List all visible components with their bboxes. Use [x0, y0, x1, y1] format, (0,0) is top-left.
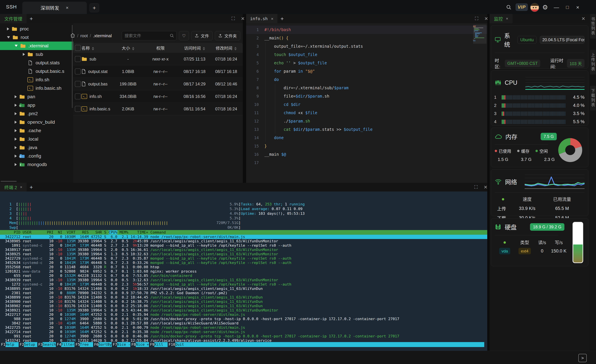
tab-terminal-close-icon[interactable]: ×: [20, 185, 22, 189]
fkey-label-F6[interactable]: SortBy: [98, 342, 112, 347]
chevron-right-icon[interactable]: [7, 27, 9, 30]
fkey-F2[interactable]: F2: [19, 342, 24, 347]
file-search-box[interactable]: [122, 31, 177, 40]
fkey-label-F5[interactable]: Tree: [80, 342, 93, 347]
terminal-expand-icon[interactable]: ⛶: [473, 184, 479, 190]
htop-col-res[interactable]: RES: [78, 230, 89, 234]
fkey-label-F2[interactable]: Setup: [24, 342, 37, 347]
column-name[interactable]: 名称: [82, 45, 115, 51]
table-row-output.bas[interactable]: output.bas199.0BiBrw-r--r--08/17 14:2908…: [73, 78, 243, 90]
close-button[interactable]: ×: [574, 4, 581, 11]
row-checkbox[interactable]: [75, 56, 81, 62]
editor-new-tab-button[interactable]: +: [277, 15, 287, 22]
editor-tab-close-icon[interactable]: ×: [271, 16, 273, 21]
breadcrumb-current[interactable]: .xterminal: [93, 33, 112, 38]
tree-item-mongodb[interactable]: mongodb: [0, 160, 73, 169]
fkey-F4[interactable]: F4: [56, 342, 61, 347]
editor-tab-info-sh[interactable]: info.sh ×: [246, 14, 277, 23]
table-row-info.basic.s[interactable]: >_info.basic.s2.0KiBrw-r--r--08/11 16:54…: [73, 103, 243, 115]
htop-col-pri[interactable]: PRI: [47, 230, 53, 234]
fkey-label-F1[interactable]: Help: [6, 342, 19, 347]
tree-item-proc[interactable]: proc: [0, 25, 73, 33]
tree-item-output.basic.s[interactable]: output.basic.s: [0, 67, 73, 75]
chevron-right-icon[interactable]: [23, 53, 25, 56]
column-size[interactable]: 大小: [115, 45, 141, 51]
chevron-right-icon[interactable]: [15, 95, 17, 98]
tab-file-manager[interactable]: 文件管理: [0, 14, 27, 23]
chevron-right-icon[interactable]: [15, 112, 17, 115]
htop-col-s[interactable]: S: [104, 230, 106, 234]
htop-col-shr[interactable]: SHR: [91, 230, 102, 234]
monitor-close-icon[interactable]: ✕: [581, 16, 586, 21]
tree-item-.java[interactable]: .java: [0, 143, 73, 152]
maximize-button[interactable]: □: [564, 4, 571, 11]
statusbar-expand-button[interactable]: >: [578, 354, 587, 362]
file-panel-expand-icon[interactable]: ⛶: [231, 16, 236, 21]
tree-item-root[interactable]: root: [0, 33, 73, 42]
row-checkbox[interactable]: [75, 81, 81, 87]
file-search-input[interactable]: [124, 33, 170, 38]
new-session-button[interactable]: +: [89, 3, 99, 12]
file-panel-close-icon[interactable]: ✕: [240, 16, 246, 21]
tree-item-info.basic.sh[interactable]: >_info.basic.sh: [0, 84, 73, 92]
terminal-close-icon[interactable]: ✕: [483, 184, 488, 190]
chevron-right-icon[interactable]: [15, 129, 17, 132]
fkey-label-F10[interactable]: Quit: [175, 342, 188, 347]
fkey-F10[interactable]: F10: [168, 342, 175, 347]
tree-item-.local[interactable]: .local: [0, 135, 73, 143]
fkey-label-F7[interactable]: Nice -: [117, 342, 130, 347]
table-row-output.stat[interactable]: output.stat1.0BiBrw-r--r--08/17 16:1808/…: [73, 65, 243, 78]
fkey-F1[interactable]: F1: [0, 342, 6, 347]
favorite-button[interactable]: ♡: [179, 31, 189, 40]
gear-icon[interactable]: ⚙: [542, 4, 548, 11]
htop-col-pid[interactable]: PID: [5, 230, 21, 234]
row-checkbox[interactable]: [75, 68, 81, 74]
column-mtime[interactable]: 修改时间: [209, 45, 243, 51]
htop-col-virt[interactable]: VIRT: [65, 230, 75, 234]
fkey-label-F4[interactable]: Filter: [61, 342, 74, 347]
tab-terminal[interactable]: 终端 2 ×: [0, 183, 27, 191]
fkey-F7[interactable]: F7: [112, 342, 117, 347]
htop-col-time[interactable]: TIME+: [131, 230, 148, 234]
chevron-down-icon[interactable]: [15, 45, 18, 47]
terminal-screen[interactable]: 1 [|||||| 5.9%] 2 [||||||: [0, 191, 487, 351]
htop-col-cpu[interactable]: CPU%: [109, 230, 117, 234]
upload-file-button[interactable]: 文件: [191, 31, 213, 40]
tree-item-.config[interactable]: .config: [0, 152, 73, 160]
htop-col-mem[interactable]: MEM%: [119, 230, 128, 234]
tab-monitor-close-icon[interactable]: ×: [506, 16, 508, 21]
minimize-button[interactable]: —: [553, 4, 560, 11]
chevron-right-icon[interactable]: [15, 104, 17, 107]
chevron-down-icon[interactable]: [7, 36, 10, 38]
home-icon[interactable]: [70, 33, 75, 39]
terminal-new-tab-button[interactable]: +: [27, 184, 36, 190]
chevron-right-icon[interactable]: [15, 121, 17, 124]
search-icon[interactable]: [506, 4, 512, 11]
tree-item-.pm2[interactable]: .pm2: [0, 109, 73, 118]
htop-col-cmd[interactable]: Command: [150, 230, 166, 234]
column-atime[interactable]: 访问时间: [179, 45, 209, 51]
tree-item-app[interactable]: app: [0, 101, 73, 109]
fkey-label-F9[interactable]: Kill: [154, 342, 167, 347]
tab-download-list[interactable]: 下载列表: [590, 86, 596, 110]
editor-close-icon[interactable]: ✕: [484, 16, 489, 21]
chevron-right-icon[interactable]: [15, 146, 17, 149]
tree-item-info.sh[interactable]: >_info.sh: [0, 75, 73, 84]
tree-item-pan[interactable]: pan: [0, 92, 73, 101]
tree-item-.xterminal[interactable]: .xterminal: [0, 42, 73, 50]
htop-col-user[interactable]: USER: [23, 230, 45, 234]
fkey-label-F3[interactable]: Search: [43, 342, 56, 347]
tree-horizontal-scrollbar[interactable]: [1, 181, 17, 182]
upload-folder-button[interactable]: 文件夹: [215, 31, 240, 40]
row-checkbox[interactable]: [75, 93, 81, 99]
code-editor[interactable]: 1#!/bin/bash2__main() {3 output_file=~/.…: [246, 23, 487, 183]
column-perm[interactable]: 权限: [141, 45, 179, 51]
htop-col-ni[interactable]: NI: [56, 230, 62, 234]
tab-monitor[interactable]: 监控 ×: [490, 14, 513, 23]
table-row-info.sh[interactable]: >_info.sh334.0BiBrw-r--r--08/16 16:5607/…: [73, 90, 243, 103]
session-tab[interactable]: 深圳转发 ×: [22, 2, 87, 14]
select-all-checkbox[interactable]: [75, 45, 81, 51]
avatar[interactable]: [530, 3, 539, 12]
fkey-label-F8[interactable]: Nice +: [136, 342, 149, 347]
row-checkbox[interactable]: [75, 106, 81, 112]
